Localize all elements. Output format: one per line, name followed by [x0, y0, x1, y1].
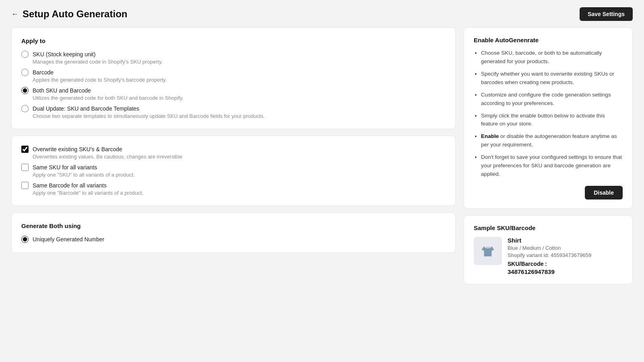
- checkbox-overwrite[interactable]: [21, 146, 29, 153]
- checkbox-item-same-barcode: Same Barcode for all variants Apply one …: [21, 182, 446, 196]
- overwrite-card: Overwrite existing SKU's & Barcode Overw…: [11, 136, 456, 206]
- radio-barcode-label: Barcode: [33, 69, 54, 76]
- overwrite-checkbox-group: Overwrite existing SKU's & Barcode Overw…: [21, 146, 446, 196]
- radio-sku-label: SKU (Stock keeping unit): [33, 51, 95, 58]
- generate-both-title: Generate Both using: [21, 222, 446, 229]
- left-column: Apply to SKU (Stock keeping unit) Manage…: [11, 27, 456, 253]
- help-item-5: Enable or disable the autogeneration fea…: [481, 132, 623, 149]
- product-variant-id: Shopify variant id: 45593473679659: [508, 252, 591, 258]
- apply-to-title: Apply to: [21, 37, 446, 44]
- page-title: Setup Auto Generation: [23, 8, 127, 20]
- radio-sku[interactable]: [21, 51, 29, 58]
- checkbox-item-overwrite: Overwrite existing SKU's & Barcode Overw…: [21, 146, 446, 160]
- radio-item-barcode: Barcode Applies the generated code to Sh…: [21, 69, 446, 83]
- main-content: Apply to SKU (Stock keeping unit) Manage…: [0, 27, 644, 296]
- radio-dual-desc: Choose two separate templates to simulta…: [33, 113, 446, 119]
- right-column: Enable AutoGenenrate Choose SKU, barcode…: [464, 27, 633, 284]
- variant-id-label: Shopify variant id:: [508, 252, 549, 258]
- help-item-4: Simply click the enable button below to …: [481, 112, 623, 129]
- sample-card: Sample SKU/Barcode Shirt Blue / Medium /…: [464, 215, 633, 284]
- product-sku-label: SKU/Barcode :: [508, 261, 591, 267]
- checkbox-same-sku-desc: Apply one "SKU" to all variants of a pro…: [33, 172, 446, 178]
- help-item-3: Customize and configure the code generat…: [481, 91, 623, 108]
- radio-dual[interactable]: [21, 105, 29, 112]
- radio-item-unique: Uniquely Generated Number: [21, 236, 446, 243]
- back-button[interactable]: ←: [11, 10, 19, 19]
- product-name: Shirt: [508, 237, 591, 244]
- generate-both-radio-group: Uniquely Generated Number: [21, 236, 446, 243]
- radio-item-sku: SKU (Stock keeping unit) Manages the gen…: [21, 51, 446, 65]
- product-variant: Blue / Medium / Cotton: [508, 245, 591, 251]
- enable-bold: Enable: [481, 133, 499, 139]
- help-item-1: Choose SKU, barcode, or both to be autom…: [481, 49, 623, 66]
- radio-label-unique: Uniquely Generated Number: [21, 236, 446, 243]
- apply-to-card: Apply to SKU (Stock keeping unit) Manage…: [11, 27, 456, 129]
- apply-to-radio-group: SKU (Stock keeping unit) Manages the gen…: [21, 51, 446, 119]
- help-card: Enable AutoGenenrate Choose SKU, barcode…: [464, 27, 633, 209]
- generate-both-card: Generate Both using Uniquely Generated N…: [11, 212, 456, 253]
- radio-unique-label: Uniquely Generated Number: [33, 236, 104, 243]
- checkbox-label-same-sku: Same SKU for all variants: [21, 164, 446, 171]
- help-item-6: Don't forget to save your configured set…: [481, 153, 623, 179]
- help-title: Enable AutoGenenrate: [474, 37, 623, 43]
- radio-barcode[interactable]: [21, 69, 29, 76]
- checkbox-same-sku[interactable]: [21, 164, 29, 171]
- radio-label-barcode: Barcode: [21, 69, 446, 76]
- radio-unique[interactable]: [21, 236, 29, 243]
- checkbox-label-overwrite: Overwrite existing SKU's & Barcode: [21, 146, 446, 153]
- radio-item-both: Both SKU and Barcode Utilizes the genera…: [21, 87, 446, 101]
- product-sku-value: 34876126947839: [508, 268, 591, 275]
- radio-label-sku: SKU (Stock keeping unit): [21, 51, 446, 58]
- checkbox-same-barcode-desc: Apply one "Barcode" to all variants of a…: [33, 190, 446, 196]
- checkbox-item-same-sku: Same SKU for all variants Apply one "SKU…: [21, 164, 446, 178]
- radio-both[interactable]: [21, 87, 29, 94]
- product-thumbnail: [474, 237, 502, 265]
- variant-id-value: 45593473679659: [551, 252, 591, 258]
- product-info: Shirt Blue / Medium / Cotton Shopify var…: [508, 237, 591, 275]
- sample-title: Sample SKU/Barcode: [474, 224, 623, 231]
- disable-btn-row: Disable: [474, 186, 623, 200]
- checkbox-same-sku-label: Same SKU for all variants: [33, 164, 97, 171]
- checkbox-overwrite-desc: Overwrites existing values. Be cautious,…: [33, 154, 446, 160]
- radio-item-dual: Dual Update: SKU and Barcode Templates C…: [21, 105, 446, 119]
- radio-label-dual: Dual Update: SKU and Barcode Templates: [21, 105, 446, 112]
- radio-sku-desc: Manages the generated code in Shopify's …: [33, 59, 446, 65]
- header-left: ← Setup Auto Generation: [11, 8, 127, 20]
- shirt-icon: [478, 241, 498, 261]
- radio-barcode-desc: Applies the generated code to Shopify's …: [33, 77, 446, 83]
- checkbox-label-same-barcode: Same Barcode for all variants: [21, 182, 446, 189]
- help-item-2: Specify whether you want to overwrite ex…: [481, 70, 623, 87]
- radio-dual-label: Dual Update: SKU and Barcode Templates: [33, 105, 139, 112]
- checkbox-overwrite-label: Overwrite existing SKU's & Barcode: [33, 146, 122, 152]
- radio-label-both: Both SKU and Barcode: [21, 87, 446, 94]
- help-list: Choose SKU, barcode, or both to be autom…: [474, 49, 623, 179]
- checkbox-same-barcode-label: Same Barcode for all variants: [33, 182, 107, 189]
- radio-both-desc: Utilizes the generated code for both SKU…: [33, 95, 446, 101]
- page-header: ← Setup Auto Generation Save Settings: [0, 0, 644, 27]
- save-settings-button[interactable]: Save Settings: [580, 7, 633, 21]
- radio-both-label: Both SKU and Barcode: [33, 87, 91, 94]
- disable-button[interactable]: Disable: [585, 186, 623, 200]
- checkbox-same-barcode[interactable]: [21, 182, 29, 189]
- sample-product-row: Shirt Blue / Medium / Cotton Shopify var…: [474, 237, 623, 275]
